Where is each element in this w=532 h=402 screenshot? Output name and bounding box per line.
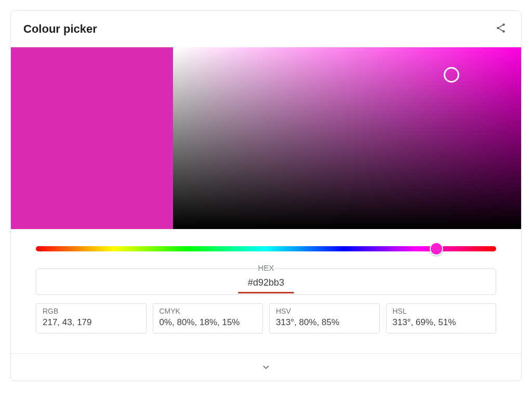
- hex-underline: [238, 292, 294, 293]
- color-swatch: [11, 47, 173, 229]
- hex-value: #d92bb3: [248, 277, 284, 288]
- share-button[interactable]: [493, 20, 509, 38]
- card-title: Colour picker: [23, 22, 97, 36]
- hex-wrap: HEX #d92bb3: [36, 269, 496, 295]
- rgb-value: 217, 43, 179: [43, 317, 92, 327]
- sv-cursor[interactable]: [444, 67, 459, 83]
- cmyk-label: CMYK: [159, 307, 257, 315]
- color-codes-row: RGB 217, 43, 179 CMYK 0%, 80%, 18%, 15% …: [36, 303, 496, 333]
- expand-button[interactable]: [11, 354, 521, 381]
- hsl-cell[interactable]: HSL 313°, 69%, 51%: [386, 303, 497, 333]
- saturation-value-box[interactable]: [173, 47, 521, 229]
- picker-area: [11, 47, 521, 229]
- hue-thumb[interactable]: [430, 242, 443, 256]
- controls: HEX #d92bb3 RGB 217, 43, 179 CMYK 0%, 80…: [11, 229, 521, 343]
- hsv-value: 313°, 80%, 85%: [276, 317, 339, 327]
- colour-picker-card: Colour picker HEX #d92bb3: [10, 10, 522, 381]
- hue-track: [36, 246, 496, 251]
- hsl-value: 313°, 69%, 51%: [393, 317, 456, 327]
- share-icon: [495, 22, 507, 34]
- hue-slider[interactable]: [36, 243, 496, 255]
- hsl-label: HSL: [393, 307, 490, 315]
- rgb-cell[interactable]: RGB 217, 43, 179: [36, 303, 147, 333]
- cmyk-cell[interactable]: CMYK 0%, 80%, 18%, 15%: [153, 303, 263, 333]
- hsv-cell[interactable]: HSV 313°, 80%, 85%: [269, 303, 380, 333]
- cmyk-value: 0%, 80%, 18%, 15%: [159, 317, 240, 327]
- hex-input[interactable]: #d92bb3: [36, 269, 496, 295]
- card-header: Colour picker: [11, 11, 521, 47]
- chevron-down-icon: [261, 362, 271, 372]
- rgb-label: RGB: [43, 307, 140, 315]
- hsv-label: HSV: [276, 307, 373, 315]
